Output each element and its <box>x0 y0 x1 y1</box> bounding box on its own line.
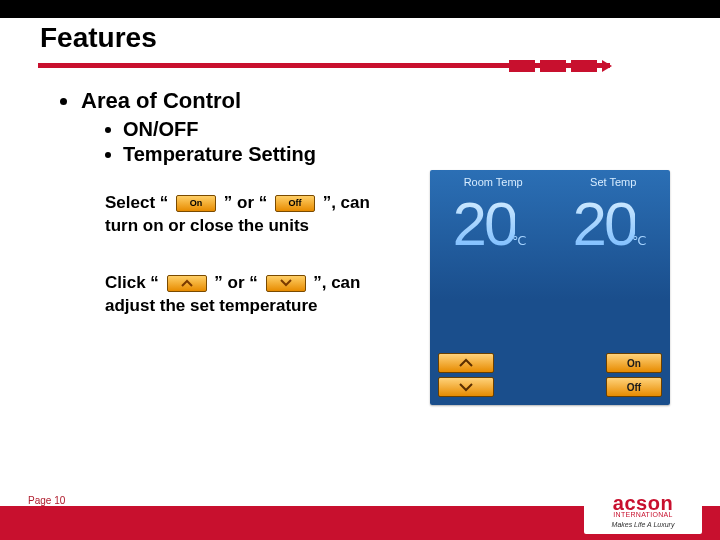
off-chip-icon: Off <box>275 195 315 212</box>
on-chip-icon: On <box>176 195 216 212</box>
instruction-onoff: Select “ On ” or “ Off ”, can turn on or… <box>105 192 405 238</box>
footer: Page 10 acson INTERNATIONAL Makes Life A… <box>0 484 720 540</box>
label-room-temp: Room Temp <box>464 176 523 188</box>
sub-heading-onoff: ON/OFF <box>123 118 199 141</box>
room-temp-value: 20 <box>453 189 516 258</box>
device-panel: Room Temp Set Temp 20℃ 20℃ On Off <box>430 170 670 405</box>
bullet-icon <box>105 152 111 158</box>
brand-logo: acson INTERNATIONAL Makes Life A Luxury <box>584 488 702 534</box>
set-temp-value: 20 <box>573 189 636 258</box>
instruction-temp: Click “ ” or “ ”, can adjust the set tem… <box>105 272 405 318</box>
sub-heading-temp: Temperature Setting <box>123 143 316 166</box>
top-black-bar <box>0 0 720 18</box>
label-set-temp: Set Temp <box>590 176 636 188</box>
section-heading: Area of Control <box>81 88 241 114</box>
bullet-icon <box>105 127 111 133</box>
page-number: Page 10 <box>28 495 65 506</box>
bullet-icon <box>60 98 67 105</box>
off-button[interactable]: Off <box>606 377 662 397</box>
on-button[interactable]: On <box>606 353 662 373</box>
title-underline <box>0 60 720 74</box>
down-chip-icon <box>266 275 306 292</box>
temp-up-button[interactable] <box>438 353 494 373</box>
up-chip-icon <box>167 275 207 292</box>
slide-title: Features <box>0 18 720 60</box>
temp-down-button[interactable] <box>438 377 494 397</box>
